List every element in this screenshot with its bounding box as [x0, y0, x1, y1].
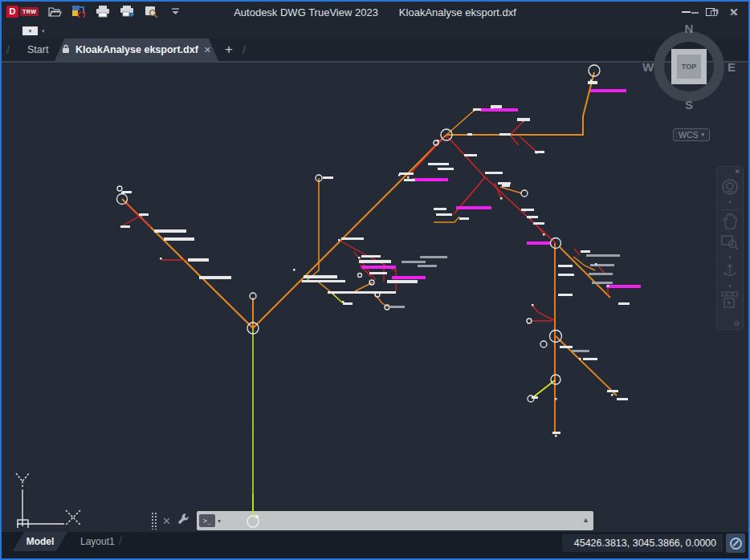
printer-export-icon	[120, 6, 135, 18]
customize-qat-button[interactable]	[167, 4, 183, 18]
zoom-window-icon	[721, 234, 739, 254]
layout1-tab[interactable]: Layout1	[72, 532, 123, 551]
command-bar-drag-grip[interactable]	[151, 512, 157, 530]
restore-icon	[711, 10, 717, 16]
layout-separator: /	[119, 534, 122, 547]
doc-close-button[interactable]: ✕	[728, 8, 739, 18]
folder-open-icon	[48, 6, 62, 17]
printer-icon	[96, 6, 110, 18]
full-navigation-wheel-button[interactable]	[719, 178, 740, 199]
chevron-down-icon: ▾	[29, 28, 32, 34]
dwg-trueview-logo-icon: D	[6, 6, 18, 18]
print-export-button[interactable]	[119, 4, 135, 18]
tab-separator: /	[6, 43, 10, 56]
command-line-bar: ✕ >_ ▾ ▲	[151, 509, 593, 532]
model-tab[interactable]: Model	[13, 532, 67, 551]
graphics-performance-icon	[730, 538, 742, 550]
command-bar-close-button[interactable]: ✕	[162, 515, 171, 527]
print-preview-icon	[145, 6, 158, 18]
app-window: D TRW	[0, 0, 750, 560]
zoom-menu-chevron[interactable]: ▾	[728, 254, 732, 262]
tab-close-button[interactable]: ✕	[204, 45, 211, 55]
print-preview-button[interactable]	[143, 4, 159, 18]
orbit-button[interactable]	[719, 262, 740, 283]
navbar-customize-button[interactable]: ⊖	[733, 319, 740, 327]
viewcube-top-face[interactable]: TOP	[671, 49, 707, 84]
drawing-canvas[interactable]	[2, 63, 748, 532]
command-input-field[interactable]: >_ ▾ ▲	[197, 511, 593, 530]
minimize-icon	[691, 12, 699, 14]
command-history-up-arrow[interactable]: ▲	[582, 516, 589, 524]
command-settings-button[interactable]	[177, 513, 190, 529]
toolbar-overflow-chevron[interactable]: ▾	[42, 28, 45, 34]
navbar-divider	[721, 209, 739, 210]
new-tab-button[interactable]: +	[220, 41, 238, 59]
command-input[interactable]	[221, 511, 593, 530]
document-window-controls: ✕	[689, 8, 739, 18]
open-file-button[interactable]	[47, 4, 63, 18]
batch-plot-button[interactable]	[71, 4, 87, 18]
zoom-window-button[interactable]	[719, 233, 740, 254]
pan-button[interactable]	[719, 213, 740, 233]
orbit-menu-chevron[interactable]: ▾	[728, 283, 732, 291]
wcs-dropdown[interactable]: WCS ▾	[673, 128, 710, 141]
orbit-icon	[721, 262, 739, 283]
batch-plot-icon	[71, 5, 86, 18]
chevron-down-icon: ▾	[42, 28, 45, 34]
graphics-performance-button[interactable]	[726, 534, 745, 553]
chevron-down-icon: ▾	[701, 132, 704, 138]
quick-access-toolbar: D TRW	[6, 4, 183, 18]
coordinate-readout[interactable]: 45426.3813, 3045.3866, 0.0000	[562, 534, 723, 552]
document-tab-label: KloakAnalyse eksport.dxf	[75, 44, 198, 55]
close-icon: ✕	[729, 7, 737, 18]
title-bar: D TRW	[2, 2, 748, 22]
pan-hand-icon	[722, 213, 738, 233]
start-tab-label: Start	[27, 44, 48, 55]
app-logo[interactable]: D TRW	[6, 6, 39, 18]
wcs-label: WCS	[679, 130, 699, 140]
lock-icon	[62, 43, 70, 57]
viewcube-top-label: TOP	[677, 55, 701, 79]
tab-document[interactable]: KloakAnalyse eksport.dxf ✕	[55, 39, 218, 61]
tab-separator: /	[243, 43, 246, 56]
command-prompt-icon[interactable]: >_	[199, 514, 215, 527]
navbar-close-button[interactable]: ✕	[734, 168, 740, 176]
secondary-toolbar: ▾ ▾	[2, 22, 748, 39]
print-button[interactable]	[95, 4, 111, 18]
customize-chevron-icon	[171, 8, 180, 15]
viewcube-south[interactable]: S	[685, 98, 693, 112]
navwheel-menu-chevron[interactable]: ▾	[728, 199, 732, 207]
viewcube-west[interactable]: W	[642, 60, 654, 74]
wrench-icon	[177, 513, 190, 529]
doc-restore-button[interactable]	[708, 8, 719, 18]
trw-badge: TRW	[20, 7, 39, 16]
app-title: Autodesk DWG TrueView 2023	[234, 6, 378, 18]
tab-start[interactable]: Start	[13, 39, 63, 61]
navigation-bar: ✕ ▾ ▾	[716, 166, 744, 330]
showmotion-icon	[721, 291, 739, 312]
viewcube-east[interactable]: E	[728, 60, 736, 74]
file-tab-bar: / Start KloakAnalyse eksport.dxf ✕ + /	[2, 39, 748, 61]
status-bar: Model Layout1 / 45426.3813, 3045.3866, 0…	[2, 532, 748, 558]
workspace-dropdown[interactable]: ▾	[22, 26, 38, 35]
document-title: KloakAnalyse eksport.dxf	[399, 6, 516, 18]
showmotion-button[interactable]	[719, 291, 740, 312]
view-cube: N S W E TOP	[650, 28, 728, 105]
viewcube-north[interactable]: N	[685, 22, 694, 35]
navigation-wheel-icon	[721, 178, 739, 199]
doc-minimize-button[interactable]	[689, 8, 700, 18]
